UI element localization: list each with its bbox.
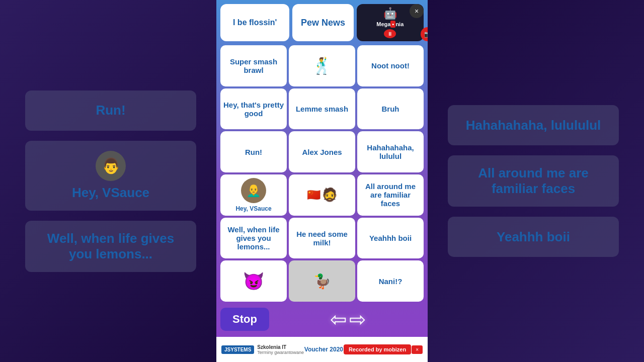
grid-row-4: 👨‍🦲 Hey, VSauce 🇨🇳🧔 All around me are fa… [220, 174, 424, 216]
next-arrow-button[interactable]: ⇨ [349, 308, 366, 331]
top-bar: I be flossin' Pew News 🤖 Mega▪nia ⏸ × 📷 [216, 0, 428, 45]
bg-card-yeahhh: Yeahhh boii [448, 217, 619, 257]
close-button[interactable]: × [410, 4, 424, 18]
troll-face-icon: 😈 [243, 271, 264, 291]
stop-button[interactable]: Stop [220, 308, 269, 331]
grid-row-1: Super smash brawl 🕺 Noot noot! [220, 45, 424, 86]
pause-indicator: ⏸ [384, 29, 396, 38]
duck-icon: 🦆 [313, 273, 331, 290]
background-left: Run! 👨 Hey, VSauce Well, when life gives… [0, 0, 221, 362]
grid-row-5: Well, when life gives you lemons... He n… [220, 218, 424, 259]
china-trump-icon: 🇨🇳🧔 [307, 187, 338, 203]
phone-container: I be flossin' Pew News 🤖 Mega▪nia ⏸ × 📷 … [216, 0, 428, 362]
dancer-icon: 🕺 [312, 56, 332, 75]
grid-row-3: Run! Alex Jones Hahahahaha, lululul [220, 131, 424, 172]
btn-noot-noot[interactable]: Noot noot! [357, 45, 424, 86]
btn-alex-jones[interactable]: Alex Jones [289, 131, 355, 172]
bottom-bar: Stop ⇦ ⇨ [216, 302, 428, 337]
recorded-tag: Recorded by mobizen [344, 344, 411, 354]
soundboard-grid: Super smash brawl 🕺 Noot noot! Hey, that… [216, 45, 428, 302]
btn-duck[interactable]: 🦆 [289, 260, 355, 302]
btn-pewnews[interactable]: Pew News [292, 4, 353, 41]
ad-left: JSYSTEMS Szkolenia IT Terminy gwarantowa… [221, 344, 304, 355]
btn-hahaha[interactable]: Hahahahaha, lululul [357, 131, 424, 172]
btn-familiar-faces[interactable]: All around me are familiar faces [357, 174, 424, 216]
voucher-text: Voucher 2020 [304, 346, 343, 353]
bg-card-lemons: Well, when life gives you lemons... [25, 221, 196, 272]
bg-card-run: Run! [25, 90, 196, 131]
nav-arrows: ⇦ ⇨ [273, 308, 424, 331]
btn-bruh[interactable]: Bruh [357, 88, 424, 130]
btn-china-trump[interactable]: 🇨🇳🧔 [289, 174, 355, 216]
btn-flossin[interactable]: I be flossin' [220, 4, 289, 41]
prev-arrow-button[interactable]: ⇦ [330, 308, 347, 331]
grid-row-2: Hey, that's pretty good Lemme smash Bruh [220, 88, 424, 130]
bg-card-haha: Hahahahaha, lulululul [448, 105, 619, 145]
btn-lemons[interactable]: Well, when life gives you lemons... [220, 218, 287, 259]
megalonia-icon: 🤖 [383, 7, 397, 20]
ad-bar: JSYSTEMS Szkolenia IT Terminy gwarantowa… [216, 337, 428, 362]
bg-card-vsauce: 👨 Hey, VSauce [25, 141, 196, 211]
grid-row-6: 😈 🦆 Nani!? [220, 260, 424, 302]
btn-troll[interactable]: 😈 [220, 260, 287, 302]
btn-nani[interactable]: Nani!? [357, 260, 424, 302]
jsystems-logo: JSYSTEMS [221, 345, 254, 354]
btn-super-smash-brawl[interactable]: Super smash brawl [220, 45, 287, 86]
bg-card-familiar: All around me are familiar faces [448, 155, 619, 207]
ad-text: Szkolenia IT Terminy gwarantowane [257, 344, 304, 355]
btn-yeahhh[interactable]: Yeahhh boii [357, 218, 424, 259]
btn-dancer[interactable]: 🕺 [289, 45, 355, 86]
btn-vsauce[interactable]: 👨‍🦲 Hey, VSauce [220, 174, 287, 216]
btn-run[interactable]: Run! [220, 131, 287, 172]
btn-lemme-smash[interactable]: Lemme smash [289, 88, 355, 130]
vsauce-face: 👨‍🦲 [241, 178, 266, 203]
btn-pretty-good[interactable]: Hey, that's pretty good [220, 88, 287, 130]
btn-milk[interactable]: He need some milk! [289, 218, 355, 259]
ad-close-button[interactable]: × [412, 345, 423, 354]
vsauce-face-bg: 👨 [96, 151, 126, 181]
background-right: Hahahahaha, lulululul All around me are … [423, 0, 644, 362]
